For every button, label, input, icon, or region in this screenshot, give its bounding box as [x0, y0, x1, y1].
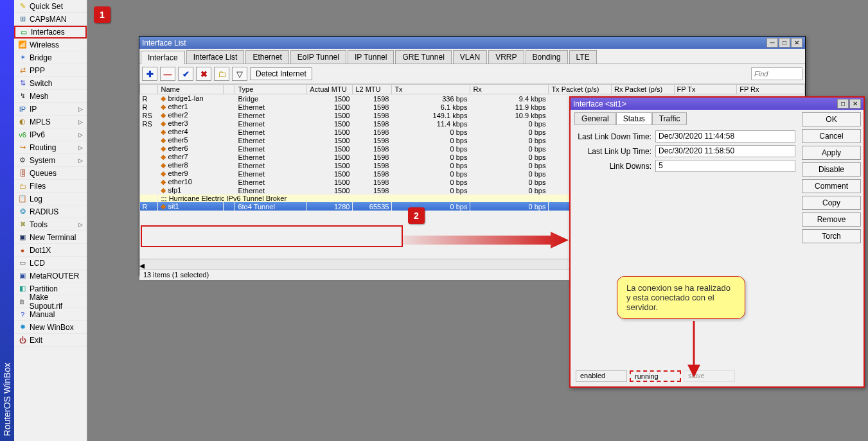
sidebar-item-mpls[interactable]: ◐MPLS▷ — [14, 116, 87, 128]
comment-button[interactable]: 🗀 — [214, 67, 229, 81]
sidebar-item-bridge[interactable]: ✶Bridge — [14, 51, 87, 64]
cancel-button[interactable]: Cancel — [802, 129, 861, 143]
filter-button[interactable]: ▽ — [232, 67, 247, 81]
submenu-arrow-icon: ▷ — [78, 119, 83, 125]
sidebar-item-ip[interactable]: IPIP▷ — [14, 103, 87, 116]
sidebar-item-dot1x[interactable]: ●Dot1X — [14, 244, 87, 257]
column-header[interactable]: L2 MTU — [353, 85, 392, 94]
sidebar-item-log[interactable]: 📋Log — [14, 193, 87, 205]
tab-ethernet[interactable]: Ethernet — [245, 50, 288, 64]
sidebar-item-ipv6[interactable]: v6IPv6▷ — [14, 128, 87, 141]
maximize-button[interactable]: □ — [779, 38, 790, 48]
apply-button[interactable]: Apply — [802, 146, 861, 160]
tab-eoip-tunnel[interactable]: EoIP Tunnel — [290, 50, 346, 64]
disable-button[interactable]: Disable — [802, 162, 861, 177]
window-title: Interface List — [142, 39, 186, 48]
menu-icon: ? — [18, 310, 27, 319]
sidebar-item-radius[interactable]: ❂RADIUS — [14, 205, 87, 218]
column-header[interactable]: Tx Packet (p/s) — [549, 85, 612, 94]
sidebar-item-exit[interactable]: ⏻Exit — [14, 334, 87, 347]
sidebar-item-files[interactable]: 🗀Files — [14, 180, 87, 193]
minimize-button[interactable]: ─ — [766, 38, 778, 48]
tab-lte[interactable]: LTE — [569, 50, 597, 64]
sidebar-item-label: Exit — [30, 336, 42, 345]
menu-icon: ✶ — [18, 53, 27, 62]
close-button[interactable]: ✕ — [791, 38, 802, 48]
field-value[interactable]: Dec/30/2020 11:58:50 — [655, 145, 795, 157]
column-header[interactable]: Actual MTU — [307, 85, 353, 94]
sidebar-item-label: Tools — [30, 220, 48, 229]
field-value[interactable]: 5 — [655, 160, 795, 172]
sidebar-item-interfaces[interactable]: ▭Interfaces — [14, 26, 87, 39]
sidebar-item-label: Routing — [30, 143, 56, 152]
add-button[interactable]: ✚ — [142, 67, 157, 81]
sidebar-item-lcd[interactable]: ▭LCD — [14, 257, 87, 270]
sidebar-item-system[interactable]: ⚙System▷ — [14, 154, 87, 167]
annotation-pointer — [681, 321, 707, 379]
column-header[interactable]: Tx — [392, 85, 470, 94]
column-header[interactable]: Rx Packet (p/s) — [611, 85, 674, 94]
sidebar-item-mesh[interactable]: ↯Mesh — [14, 90, 87, 103]
tab-vrrp[interactable]: VRRP — [488, 50, 524, 64]
prop-tab-status[interactable]: Status — [616, 112, 652, 125]
remove-button[interactable]: — — [160, 67, 175, 81]
column-header[interactable] — [140, 85, 158, 94]
menu-icon: IP — [18, 105, 27, 114]
sidebar-item-routing[interactable]: ↪Routing▷ — [14, 141, 87, 154]
sidebar-item-label: Partition — [30, 284, 58, 293]
disable-button[interactable]: ✖ — [196, 67, 211, 81]
sidebar-item-quick-set[interactable]: ✎Quick Set — [14, 0, 87, 13]
column-header[interactable]: Name — [158, 85, 224, 94]
sidebar-item-switch[interactable]: ⇅Switch — [14, 77, 87, 90]
close-button[interactable]: ✕ — [849, 99, 861, 108]
column-header[interactable]: FP Rx — [737, 85, 805, 94]
comment-button[interactable]: Comment — [802, 179, 861, 193]
sidebar-item-capsman[interactable]: ⊞CAPsMAN — [14, 13, 87, 26]
sidebar-item-metarouter[interactable]: ▣MetaROUTER — [14, 270, 87, 282]
field-value[interactable]: Dec/30/2020 11:44:58 — [655, 130, 795, 143]
sidebar-item-label: Bridge — [30, 53, 52, 62]
annotation-bubble: La conexion se ha realizado y esta conec… — [617, 276, 745, 319]
sidebar-item-wireless[interactable]: 📶Wireless — [14, 39, 87, 51]
sidebar-item-label: New WinBox — [30, 323, 74, 332]
enable-button[interactable]: ✔ — [178, 67, 193, 81]
menu-icon: ↯ — [18, 92, 27, 101]
tab-bonding[interactable]: Bonding — [526, 50, 568, 64]
sidebar-item-make-supout.rif[interactable]: 🗎Make Supout.rif — [14, 295, 87, 308]
window-titlebar[interactable]: Interface List ─ □ ✕ — [139, 37, 805, 49]
sidebar-item-queues[interactable]: 🗄Queues — [14, 167, 87, 180]
tab-interface-list[interactable]: Interface List — [186, 50, 245, 64]
sidebar-item-new-winbox[interactable]: ✹New WinBox — [14, 321, 87, 334]
detect-internet-button[interactable]: Detect Internet — [250, 67, 312, 80]
column-header[interactable] — [224, 85, 235, 94]
sidebar-item-label: Files — [30, 182, 46, 191]
column-header[interactable]: Type — [235, 85, 307, 94]
sidebar-item-label: Wireless — [30, 40, 59, 49]
tab-vlan[interactable]: VLAN — [453, 50, 487, 64]
sidebar-item-label: New Terminal — [30, 233, 76, 242]
sidebar-item-new-terminal[interactable]: ▣New Terminal — [14, 231, 87, 244]
torch-button[interactable]: Torch — [802, 229, 861, 243]
menu-icon: ◧ — [18, 284, 27, 293]
window-titlebar[interactable]: Interface <sit1> □ ✕ — [571, 98, 864, 110]
maximize-button[interactable]: □ — [837, 99, 849, 108]
tab-interface[interactable]: Interface — [141, 51, 185, 64]
prop-tab-traffic[interactable]: Traffic — [652, 112, 687, 125]
column-header[interactable]: FP Tx — [674, 85, 737, 94]
ok-button[interactable]: OK — [802, 112, 861, 126]
menu-icon: ⇅ — [18, 79, 27, 88]
field-label: Last Link Up Time: — [574, 147, 651, 156]
copy-button[interactable]: Copy — [802, 196, 861, 210]
tab-ip-tunnel[interactable]: IP Tunnel — [348, 50, 394, 64]
remove-button[interactable]: Remove — [802, 212, 861, 227]
sidebar-item-tools[interactable]: ✖Tools▷ — [14, 218, 87, 231]
tab-gre-tunnel[interactable]: GRE Tunnel — [395, 50, 451, 64]
find-input[interactable] — [751, 67, 802, 80]
column-header[interactable]: Rx — [470, 85, 549, 94]
prop-tab-general[interactable]: General — [574, 112, 616, 125]
field-last-link-up: Last Link Up Time: Dec/30/2020 11:58:50 — [574, 145, 795, 157]
field-label: Last Link Down Time: — [574, 132, 651, 141]
menu-icon: v6 — [18, 130, 27, 139]
sidebar-item-ppp[interactable]: ⇄PPP — [14, 64, 87, 77]
sidebar-item-label: Mesh — [30, 92, 48, 101]
